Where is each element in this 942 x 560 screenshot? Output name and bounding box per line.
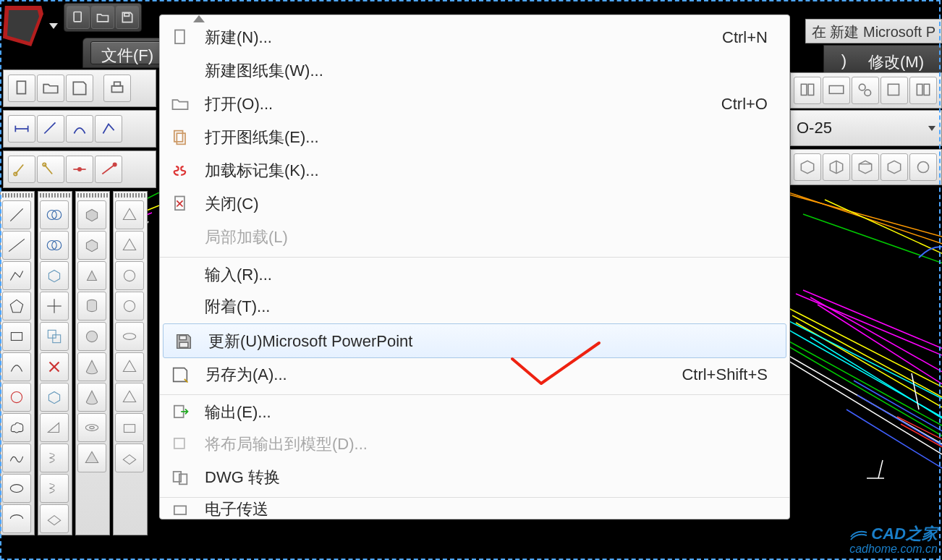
- tool-r1d-icon[interactable]: [881, 77, 908, 104]
- palette-grip-icon[interactable]: [77, 193, 108, 198]
- pyramid-icon[interactable]: [77, 444, 106, 472]
- app-logo-icon[interactable]: [3, 6, 43, 46]
- layer-iso-icon[interactable]: [40, 200, 69, 229]
- layer-name-label: O-25: [797, 119, 925, 137]
- view3d-2-icon[interactable]: [823, 153, 850, 181]
- file-menu-import[interactable]: 输入(R)...: [160, 257, 789, 290]
- export-icon: [160, 402, 200, 423]
- sphere-icon[interactable]: [77, 322, 106, 351]
- file-menu-export[interactable]: 输出(E)...: [160, 394, 789, 428]
- cone2-icon[interactable]: [77, 383, 106, 412]
- tool-r1e-icon[interactable]: [909, 77, 937, 104]
- prism-icon[interactable]: [77, 261, 106, 290]
- rectangle-icon[interactable]: [2, 322, 31, 351]
- cylinder-icon[interactable]: [77, 292, 106, 321]
- svg-rect-51: [808, 84, 814, 95]
- edit5-icon[interactable]: [115, 322, 144, 351]
- palette-grip-icon[interactable]: [40, 193, 70, 198]
- planar-icon[interactable]: [40, 504, 69, 533]
- palette-grip-icon[interactable]: [2, 193, 33, 198]
- cube-icon[interactable]: [77, 200, 106, 229]
- svg-point-79: [90, 426, 95, 428]
- edit6-icon[interactable]: [115, 352, 144, 381]
- save-disk-icon[interactable]: [66, 75, 93, 102]
- toolbar-standard: [3, 69, 156, 107]
- app-menu-dropdown-icon[interactable]: [49, 23, 58, 29]
- edit9-icon[interactable]: [115, 444, 144, 472]
- file-menu-dwg-convert[interactable]: DWG 转换: [160, 461, 789, 494]
- view3d-1-icon[interactable]: [794, 153, 821, 181]
- palette-grip-icon[interactable]: [115, 193, 145, 198]
- erase-icon[interactable]: [40, 352, 69, 381]
- svg-rect-55: [888, 84, 899, 95]
- arc-icon[interactable]: [2, 352, 31, 381]
- edit1-icon[interactable]: [115, 200, 144, 229]
- edit3-icon[interactable]: [115, 261, 144, 290]
- menu-modify[interactable]: 修改(M): [858, 48, 934, 70]
- menu-file[interactable]: 文件(F): [90, 41, 164, 64]
- file-menu-new[interactable]: 新建(N)... Ctrl+N: [160, 21, 789, 54]
- extend-icon[interactable]: [37, 156, 64, 183]
- tool-r1b-icon[interactable]: [823, 77, 850, 104]
- helix2-icon[interactable]: [40, 474, 69, 503]
- file-menu-more[interactable]: 电子传送: [160, 497, 789, 519]
- arc-dim-icon[interactable]: [66, 115, 93, 143]
- file-menu-save-as[interactable]: 另存为(A)... Ctrl+Shift+S: [160, 358, 789, 391]
- file-menu-close[interactable]: 关闭(C): [160, 187, 789, 221]
- ellipse-icon[interactable]: [2, 474, 31, 503]
- line-icon[interactable]: [2, 200, 31, 229]
- qat-save-icon[interactable]: [116, 6, 139, 29]
- file-menu-open[interactable]: 打开(O)... Ctrl+O: [160, 88, 789, 121]
- tool-r1a-icon[interactable]: [794, 77, 821, 104]
- edit7-icon[interactable]: [115, 383, 144, 412]
- ordinate-dim-icon[interactable]: [95, 115, 122, 143]
- file-menu-open-sheetset[interactable]: 打开图纸集(E)...: [160, 121, 789, 154]
- file-menu-update-powerpoint[interactable]: 更新(U)Microsoft PowerPoint: [163, 323, 786, 358]
- edit4-icon[interactable]: [115, 292, 144, 321]
- spline-icon[interactable]: [2, 444, 31, 472]
- view3d-4-icon[interactable]: [881, 153, 908, 181]
- ellipse-arc-icon[interactable]: [2, 504, 31, 533]
- cube2-icon[interactable]: [77, 231, 106, 260]
- revcloud-icon[interactable]: [2, 413, 31, 442]
- break-icon[interactable]: [66, 156, 93, 183]
- qat-new-icon[interactable]: [67, 6, 90, 29]
- toolbar-modify: [3, 150, 156, 188]
- polyline-icon[interactable]: [2, 261, 31, 290]
- palette-draw: [0, 191, 35, 535]
- view3d-3-icon[interactable]: [852, 153, 879, 181]
- qat-open-icon[interactable]: [91, 6, 114, 29]
- cone-icon[interactable]: [77, 352, 106, 381]
- dwg-convert-icon: [160, 467, 200, 488]
- file-menu-new-sheetset[interactable]: 新建图纸集(W)...: [160, 54, 789, 88]
- layer-merge-icon[interactable]: [40, 231, 69, 260]
- open-folder-icon[interactable]: [37, 75, 64, 102]
- trim-icon[interactable]: [8, 156, 35, 183]
- aligned-dim-icon[interactable]: [37, 115, 64, 143]
- join-icon[interactable]: [95, 156, 122, 183]
- circle-icon[interactable]: [2, 383, 31, 412]
- move-icon[interactable]: [40, 292, 69, 321]
- svg-point-53: [859, 84, 865, 90]
- layer-selector[interactable]: O-25: [790, 110, 942, 146]
- new-file-icon[interactable]: [8, 75, 35, 102]
- save-as-icon: [160, 365, 200, 385]
- torus-icon[interactable]: [77, 413, 106, 442]
- linear-dim-icon[interactable]: [8, 115, 35, 143]
- view3d-5-icon[interactable]: [909, 153, 937, 181]
- tool-r1c-icon[interactable]: [852, 77, 879, 104]
- helix-icon[interactable]: [40, 444, 69, 472]
- box-icon[interactable]: [40, 261, 69, 290]
- polygon-icon[interactable]: [2, 292, 31, 321]
- edit2-icon[interactable]: [115, 231, 144, 260]
- menu-unknown[interactable]: ): [831, 48, 857, 70]
- layer-prev-icon[interactable]: [40, 383, 69, 412]
- construction-line-icon[interactable]: [2, 231, 31, 260]
- wedge-icon[interactable]: [40, 413, 69, 442]
- file-menu-load-markup[interactable]: 加载标记集(K)...: [160, 154, 789, 187]
- file-menu-attach[interactable]: 附着(T)...: [160, 290, 789, 323]
- copy-layer-icon[interactable]: [40, 322, 69, 351]
- print-icon[interactable]: [103, 75, 131, 102]
- svg-point-65: [10, 485, 22, 493]
- edit8-icon[interactable]: [115, 413, 144, 442]
